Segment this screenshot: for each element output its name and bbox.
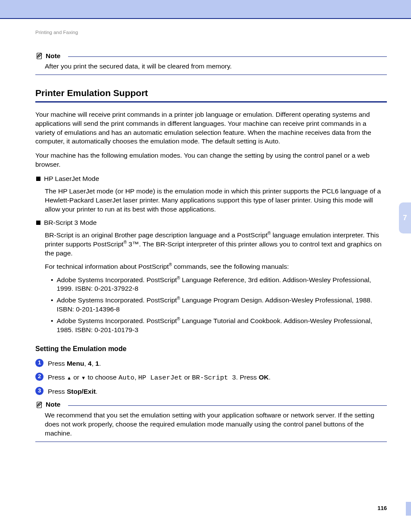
top-banner — [0, 0, 411, 19]
step-number-icon: 2 — [35, 373, 44, 381]
bullet-dot-icon: • — [51, 317, 53, 335]
down-arrow-icon: ▼ — [81, 375, 86, 380]
note-icon — [35, 401, 43, 409]
note-label: Note — [46, 400, 65, 409]
step-1: 1 Press Menu, 4, 1. — [35, 359, 387, 368]
setting-heading: Setting the Emulation mode — [35, 344, 387, 354]
note-box-2: Note We recommend that you set the emula… — [35, 400, 387, 442]
hp-mode-desc: The HP LaserJet mode (or HP mode) is the… — [45, 187, 387, 214]
reference-2: • Adobe Systems Incorporated. PostScript… — [51, 296, 387, 314]
step-2: 2 Press ▲ or ▼ to choose Auto, HP LaserJ… — [35, 373, 387, 383]
note-body: We recommend that you set the emulation … — [35, 409, 387, 442]
bullet-dot-icon: • — [51, 296, 53, 314]
square-bullet-icon — [36, 177, 40, 181]
step-number-icon: 3 — [35, 387, 44, 395]
up-arrow-icon: ▲ — [67, 375, 72, 380]
note-icon — [35, 52, 43, 60]
paragraph-1: Your machine will receive print commands… — [35, 110, 387, 146]
note-label: Note — [46, 52, 65, 61]
breadcrumb: Printing and Faxing — [35, 29, 387, 36]
reference-3: • Adobe Systems Incorporated. PostScript… — [51, 317, 387, 335]
note-rule — [68, 56, 387, 57]
bullet-text: BR-Script 3 Mode — [44, 218, 387, 227]
page-content: Printing and Faxing Note After you print… — [0, 29, 411, 442]
bullet-brscript-mode: BR-Script 3 Mode — [35, 218, 387, 227]
section-rule — [35, 101, 387, 103]
note-rule — [68, 405, 387, 406]
bullet-dot-icon: • — [51, 276, 53, 294]
brscript-tech: For technical information about PostScri… — [45, 262, 387, 271]
brscript-desc: BR-Script is an original Brother page de… — [45, 231, 387, 258]
step-number-icon: 1 — [35, 359, 44, 367]
paragraph-2: Your machine has the following emulation… — [35, 151, 387, 169]
step-3: 3 Press Stop/Exit. — [35, 387, 387, 396]
bullet-hp-mode: HP LaserJet Mode — [35, 174, 387, 184]
bullet-text: HP LaserJet Mode — [44, 174, 387, 184]
chapter-tab: 7 — [399, 202, 411, 233]
page-number: 116 — [377, 504, 387, 512]
square-bullet-icon — [36, 221, 40, 225]
reference-1: • Adobe Systems Incorporated. PostScript… — [51, 276, 387, 294]
note-body: After you print the secured data, it wil… — [35, 60, 387, 75]
section-title: Printer Emulation Support — [35, 87, 387, 99]
note-box-1: Note After you print the secured data, i… — [35, 52, 387, 75]
footer-tab — [406, 502, 411, 516]
